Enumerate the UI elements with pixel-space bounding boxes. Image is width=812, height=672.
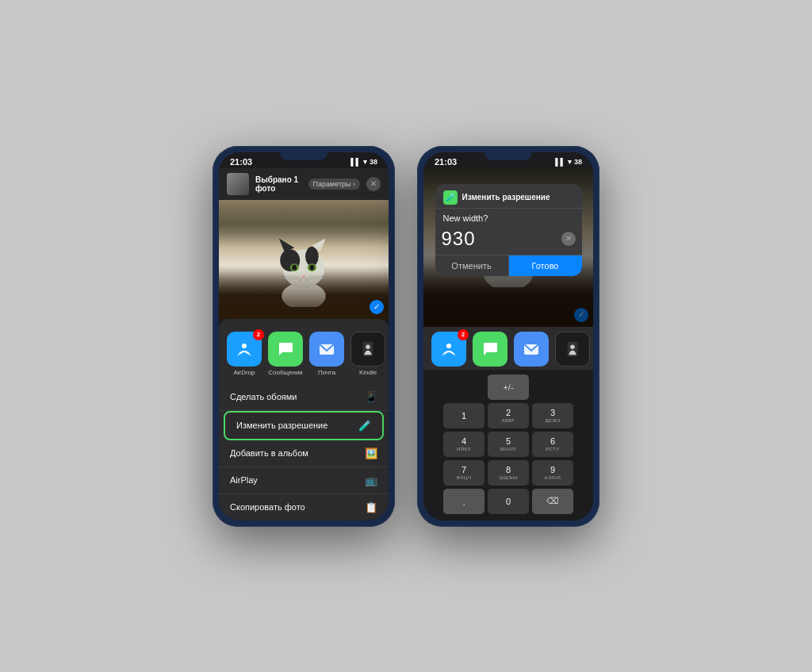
key-0-main: 0 <box>506 497 511 506</box>
key-3[interactable]: 3 ДЕЖЗ <box>532 403 573 428</box>
key-0[interactable]: 0 <box>488 489 529 514</box>
key-7-main: 7 <box>462 465 466 474</box>
keyboard-row-0: +/- <box>427 374 590 400</box>
wifi-icon-right: ▾ <box>568 158 572 166</box>
battery-icon-right: 38 <box>574 158 582 166</box>
key-8[interactable]: 8 ШЩЪЫ <box>488 460 529 486</box>
svg-point-3 <box>305 246 319 266</box>
photo-thumbnail <box>227 173 249 195</box>
notch <box>280 152 327 160</box>
key-comma[interactable]: , <box>443 489 485 514</box>
battery-icon: 38 <box>370 158 377 166</box>
left-phone: 21:03 ▌▌ ▾ 38 Выбрано 1 фото Параметры ›… <box>213 146 395 527</box>
key-6-sub: РСТУ <box>546 447 560 451</box>
svg-point-9 <box>310 264 315 270</box>
airdrop-icon: 2 <box>227 332 262 367</box>
action-copy[interactable]: Скопировать фото 📋 <box>219 494 389 520</box>
action-copy-label: Скопировать фото <box>230 502 305 512</box>
key-7[interactable]: 7 ФХЦЧ <box>443 460 485 486</box>
params-button[interactable]: Параметры › <box>308 179 360 190</box>
photo-header: Выбрано 1 фото Параметры › ✕ <box>219 168 389 200</box>
key-2-main: 2 <box>506 408 511 417</box>
action-resize-label: Изменить разрешение <box>236 420 327 430</box>
copy-icon: 📋 <box>365 501 377 513</box>
keyboard-row-1: 1 2 АБВГ 3 ДЕЖЗ <box>427 403 590 428</box>
share-app-airdrop[interactable]: 2 AirDrop <box>227 332 262 376</box>
key-4-sub: ИЙКЛ <box>457 447 471 451</box>
signal-icon-right: ▌▌ <box>555 158 565 166</box>
key-7-sub: ФХЦЧ <box>456 475 471 480</box>
dialog-overlay: 🧪 Изменить разрешение New width? 930 ✕ О <box>423 168 593 327</box>
status-icons-left: ▌▌ ▾ 38 <box>350 158 377 166</box>
dialog-confirm-button[interactable]: Готово <box>509 255 582 276</box>
r-share-airdrop[interactable]: 2 <box>431 332 466 367</box>
key-1-main: 1 <box>462 411 466 420</box>
key-6[interactable]: 6 РСТУ <box>532 432 573 457</box>
phones-container: 21:03 ▌▌ ▾ 38 Выбрано 1 фото Параметры ›… <box>0 0 812 672</box>
action-airplay-label: AirPlay <box>230 475 258 485</box>
key-2-sub: АБВГ <box>501 418 515 423</box>
resize-icon: 🧪 <box>358 420 371 432</box>
dialog-buttons: Отменить Готово <box>435 255 582 276</box>
dialog-title-row: 🧪 Изменить разрешение <box>435 184 582 209</box>
signal-icon: ▌▌ <box>350 158 361 166</box>
keyboard: +/- 1 2 АБВГ 3 ДЕЖЗ <box>423 370 593 520</box>
r-airdrop-badge: 2 <box>458 329 469 340</box>
action-album[interactable]: Добавить в альбом 🖼️ <box>219 440 389 467</box>
cat-photo <box>219 200 389 319</box>
action-wallpaper[interactable]: Сделать обоями 📱 <box>219 384 389 411</box>
key-backspace-label: ⌫ <box>546 496 559 506</box>
r-share-kindle[interactable] <box>555 332 590 367</box>
keyboard-row-3: 7 ФХЦЧ 8 ШЩЪЫ 9 ЬЭЮЯ <box>427 460 590 486</box>
share-apps-row: 2 AirDrop <box>219 327 389 382</box>
dialog-clear-button[interactable]: ✕ <box>561 232 576 246</box>
key-plusminus[interactable]: +/- <box>488 374 529 400</box>
r-share-messages[interactable] <box>473 332 508 367</box>
key-3-main: 3 <box>550 408 555 417</box>
wallpaper-icon: 📱 <box>365 391 377 403</box>
key-1[interactable]: 1 <box>443 403 485 428</box>
kindle-label: Kindle <box>359 369 377 376</box>
share-app-kindle[interactable]: Kindle <box>350 332 385 376</box>
share-app-mail[interactable]: Почта <box>309 332 344 376</box>
share-actions: Сделать обоями 📱 Изменить разрешение 🧪 Д… <box>219 382 389 520</box>
key-4[interactable]: 4 ИЙКЛ <box>443 432 485 457</box>
close-button[interactable]: ✕ <box>366 177 381 191</box>
left-phone-screen: 21:03 ▌▌ ▾ 38 Выбрано 1 фото Параметры ›… <box>219 152 389 520</box>
key-backspace[interactable]: ⌫ <box>532 489 573 514</box>
right-photo-area: ✓ 🧪 Изменить разрешение New width? 93 <box>423 168 593 327</box>
key-9-main: 9 <box>550 465 555 474</box>
key-2[interactable]: 2 АБВГ <box>488 403 529 428</box>
kindle-svg <box>359 340 377 358</box>
r-mail-icon <box>514 332 549 367</box>
svg-point-7 <box>292 264 297 270</box>
share-app-messages[interactable]: Сообщения <box>268 332 303 376</box>
mail-svg <box>317 340 336 359</box>
dialog-input-value[interactable]: 930 <box>442 228 558 250</box>
key-9-sub: ЬЭЮЯ <box>545 475 561 480</box>
svg-point-18 <box>366 344 370 349</box>
dialog-box: 🧪 Изменить разрешение New width? 930 ✕ О <box>435 184 582 276</box>
photo-area-left: ✓ <box>219 200 389 319</box>
dialog-app-icon: 🧪 <box>443 190 458 205</box>
selected-badge: ✓ <box>370 300 384 314</box>
airdrop-label: AirDrop <box>233 369 255 376</box>
r-kindle-svg <box>564 340 581 358</box>
mail-label: Почта <box>318 369 335 376</box>
wifi-icon: ▾ <box>363 158 367 166</box>
key-9[interactable]: 9 ЬЭЮЯ <box>532 460 573 486</box>
r-kindle-icon <box>555 332 590 367</box>
right-share-apps-row: 2 <box>423 327 593 370</box>
action-wallpaper-label: Сделать обоями <box>230 392 297 401</box>
dialog-cancel-button[interactable]: Отменить <box>435 255 509 276</box>
key-comma-label: , <box>462 497 465 506</box>
r-share-mail[interactable] <box>514 332 549 367</box>
action-resize[interactable]: Изменить разрешение 🧪 <box>224 411 384 440</box>
status-time-right: 21:03 <box>435 157 457 167</box>
key-8-main: 8 <box>506 465 511 474</box>
key-5-sub: МНОП <box>500 447 516 451</box>
r-messages-icon <box>473 332 508 367</box>
key-5[interactable]: 5 МНОП <box>488 432 529 457</box>
action-airplay[interactable]: AirPlay 📺 <box>219 467 389 494</box>
svg-point-34 <box>446 344 451 348</box>
